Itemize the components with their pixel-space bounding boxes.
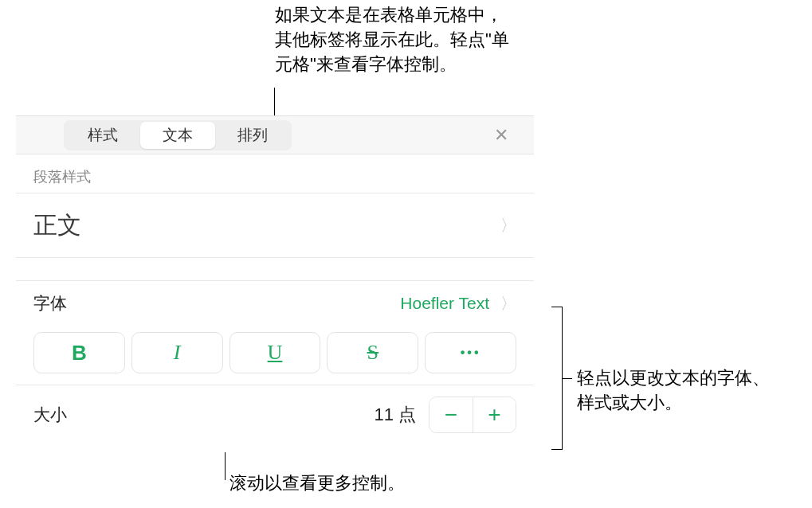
paragraph-style-label: 段落样式 (16, 154, 534, 193)
minus-icon: − (445, 402, 457, 428)
tab-style[interactable]: 样式 (65, 122, 140, 149)
chevron-right-icon: 〉 (500, 215, 516, 236)
paragraph-style-value: 正文 (33, 209, 500, 242)
callout-font: 轻点以更改文本的字体、 样式或大小。 (577, 366, 770, 416)
size-label: 大小 (33, 404, 67, 426)
size-value: 11 点 (374, 403, 416, 427)
callout-font-line1: 轻点以更改文本的字体、 (577, 366, 770, 391)
size-row: 大小 11 点 − + (16, 385, 534, 433)
chevron-right-icon: 〉 (500, 293, 516, 315)
tab-text[interactable]: 文本 (140, 122, 215, 149)
callout-font-line2: 样式或大小。 (577, 391, 770, 416)
callout-line-bottom (225, 452, 226, 480)
plus-icon: + (488, 402, 500, 428)
callout-scroll: 滚动以查看更多控制。 (229, 471, 405, 496)
bold-button[interactable]: B (33, 332, 125, 373)
callout-tabs: 如果文本是在表格单元格中，其他标签将显示在此。轻点"单元格"来查看字体控制。 (275, 3, 514, 76)
font-row[interactable]: 字体 Hoefler Text 〉 (16, 280, 534, 326)
callout-line-right (563, 378, 572, 379)
italic-button[interactable]: I (131, 332, 223, 373)
font-value: Hoefler Text (400, 294, 489, 313)
underline-button[interactable]: U (229, 332, 321, 373)
tab-text-label: 文本 (163, 127, 193, 143)
callout-tabs-text: 如果文本是在表格单元格中，其他标签将显示在此。轻点"单元格"来查看字体控制。 (275, 5, 509, 74)
size-decrease-button[interactable]: − (430, 397, 473, 432)
tab-bar: 样式 文本 排列 ✕ (16, 116, 534, 154)
bold-icon: B (72, 341, 87, 365)
font-label: 字体 (33, 292, 67, 315)
tab-arrange-label: 排列 (237, 127, 268, 143)
strikethrough-icon: S (367, 341, 379, 365)
underline-icon: U (268, 341, 283, 365)
text-style-buttons: B I U S ••• (16, 326, 534, 385)
size-increase-button[interactable]: + (473, 397, 516, 432)
close-button[interactable]: ✕ (486, 122, 516, 149)
italic-icon: I (174, 341, 181, 365)
close-icon: ✕ (494, 125, 508, 145)
tab-arrange[interactable]: 排列 (215, 122, 290, 149)
callout-scroll-text: 滚动以查看更多控制。 (229, 473, 405, 493)
more-options-button[interactable]: ••• (425, 332, 516, 373)
tab-group: 样式 文本 排列 (64, 120, 292, 150)
size-stepper: − + (429, 397, 516, 433)
format-panel: 样式 文本 排列 ✕ 段落样式 正文 〉 字体 Hoefler Text 〉 B… (16, 115, 534, 433)
tab-style-label: 样式 (88, 127, 118, 143)
paragraph-style-row[interactable]: 正文 〉 (16, 193, 534, 258)
callout-bracket-right (551, 307, 563, 450)
strikethrough-button[interactable]: S (327, 332, 418, 373)
more-icon: ••• (461, 346, 481, 360)
